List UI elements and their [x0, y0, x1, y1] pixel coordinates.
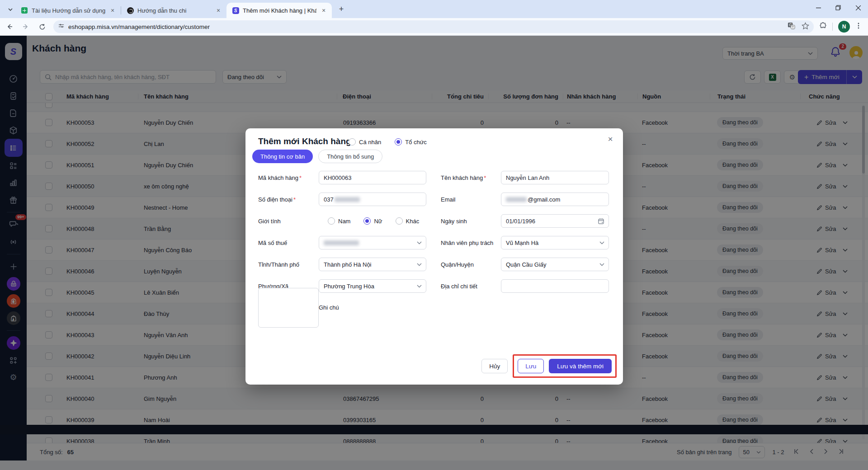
browser-tab-1[interactable]: Tài liệu Hướng dẫn sử dụng phầ × — [15, 3, 121, 18]
radio-label: Tổ chức — [405, 139, 427, 146]
field-label-assignee: Nhân viên phụ trách — [441, 240, 501, 246]
gender-radios: Nam Nữ Khác — [319, 217, 426, 225]
sheets-icon — [21, 7, 28, 14]
chevron-down-icon — [417, 285, 422, 288]
field-label-phone: Số điện thoại* — [258, 196, 319, 203]
field-label-birthday: Ngày sinh — [441, 218, 501, 225]
browser-tab-active[interactable]: S Thêm mới Khách hàng | Khách h × — [226, 3, 332, 18]
cancel-button[interactable]: Hủy — [481, 359, 508, 373]
assignee-value: Vũ Mạnh Hà — [506, 240, 538, 246]
tab-close-icon[interactable]: × — [320, 7, 327, 14]
ward-select[interactable]: Phường Trung Hòa — [319, 279, 426, 293]
chevron-down-icon — [599, 263, 604, 266]
radio-nu[interactable]: Nữ — [363, 217, 382, 225]
province-value: Thành phố Hà Nội — [324, 261, 372, 268]
modal-tabs: Thông tin cơ bản Thông tin bổ sung — [252, 150, 382, 163]
code-field[interactable] — [319, 171, 426, 184]
district-select[interactable]: Quận Cầu Giấy — [501, 258, 609, 271]
radio-icon — [349, 138, 356, 146]
modal-form: Mã khách hàng* Tên khách hàng* Số điện t… — [258, 171, 610, 315]
back-button[interactable] — [3, 20, 16, 33]
field-label-code: Mã khách hàng* — [258, 174, 319, 181]
window-close-button[interactable] — [848, 0, 868, 15]
radio-to-chuc[interactable]: Tổ chức — [395, 138, 427, 146]
browser-tabstrip: Tài liệu Hướng dẫn sử dụng phầ × Hướng d… — [0, 0, 868, 18]
chevron-down-icon — [417, 241, 422, 244]
window-restore-button[interactable] — [828, 0, 848, 15]
calendar-icon[interactable] — [598, 218, 604, 225]
tab-close-icon[interactable]: × — [109, 7, 116, 14]
browser-menu-icon[interactable] — [855, 23, 862, 31]
field-label-district: Quận/Huyện — [441, 261, 501, 268]
chevron-down-icon — [417, 263, 422, 266]
phone-visible-text: 037 — [324, 196, 334, 203]
window-minimize-button[interactable] — [808, 0, 828, 15]
radio-label: Cá nhân — [359, 139, 381, 146]
tab-thong-tin-co-ban[interactable]: Thông tin cơ bản — [252, 150, 313, 163]
misa-icon: S — [232, 7, 239, 14]
dark-logo-icon — [127, 7, 134, 14]
assignee-select[interactable]: Vũ Mạnh Hà — [501, 236, 609, 249]
district-value: Quận Cầu Giấy — [506, 261, 547, 268]
modal-title: Thêm mới Khách hàng — [258, 136, 351, 146]
birthday-field[interactable] — [501, 214, 609, 228]
radio-nam[interactable]: Nam — [328, 217, 350, 225]
add-customer-modal: Thêm mới Khách hàng Cá nhân Tổ chức × Th… — [245, 128, 623, 385]
browser-profile-avatar[interactable]: N — [838, 21, 850, 33]
save-button[interactable]: Lưu — [518, 359, 544, 373]
field-label-note: Ghi chú — [319, 301, 426, 311]
birthday-input[interactable] — [506, 218, 604, 225]
reload-button[interactable] — [35, 20, 49, 33]
field-label-province: Tỉnh/Thành phố — [258, 261, 319, 268]
browser-tab-2[interactable]: Hướng dẫn thu chi × — [121, 3, 226, 18]
translate-icon[interactable]: G — [788, 22, 795, 32]
note-textarea[interactable] — [263, 291, 314, 325]
modal-close-icon[interactable]: × — [605, 134, 616, 145]
site-settings-icon[interactable] — [58, 23, 65, 31]
browser-toolbar: eshopapp.misa.vn/management/dictionary/c… — [0, 18, 868, 36]
tab-title: Tài liệu Hướng dẫn sử dụng phầ — [32, 7, 105, 14]
ward-value: Phường Trung Hòa — [324, 283, 374, 290]
tab-title: Hướng dẫn thu chi — [137, 7, 211, 14]
tab-search-icon[interactable] — [5, 5, 15, 14]
field-label-address: Địa chỉ chi tiết — [441, 283, 501, 290]
name-input[interactable] — [506, 174, 604, 181]
redacted-tax-code — [324, 240, 359, 245]
province-select[interactable]: Thành phố Hà Nội — [319, 258, 426, 271]
phone-field[interactable]: 037 — [319, 193, 426, 206]
name-field[interactable] — [501, 171, 609, 184]
chevron-down-icon — [599, 241, 604, 244]
field-label-name: Tên khách hàng* — [441, 174, 501, 181]
extensions-icon[interactable] — [819, 22, 827, 32]
address-bar[interactable]: eshopapp.misa.vn/management/dictionary/c… — [53, 20, 814, 33]
field-label-gender: Giới tính — [258, 218, 319, 225]
customer-type-radios: Cá nhân Tổ chức — [349, 138, 427, 146]
address-input[interactable] — [506, 283, 604, 290]
new-tab-button[interactable]: + — [335, 3, 347, 15]
code-input[interactable] — [324, 174, 421, 181]
email-visible-text: @gmail.com — [528, 196, 560, 203]
note-field[interactable] — [258, 288, 319, 328]
radio-icon-selected — [395, 138, 402, 146]
redacted-phone — [335, 197, 360, 202]
tax-code-select[interactable] — [319, 236, 426, 249]
address-field[interactable] — [501, 279, 609, 293]
radio-ca-nhan[interactable]: Cá nhân — [349, 138, 381, 146]
radio-khac[interactable]: Khác — [396, 217, 420, 225]
modal-actions: Hủy Lưu Lưu và thêm mới — [481, 354, 617, 378]
email-field[interactable]: @gmail.com — [501, 193, 609, 206]
save-and-new-button[interactable]: Lưu và thêm mới — [549, 359, 612, 373]
bookmark-star-icon[interactable] — [802, 22, 809, 32]
field-label-tax-code: Mã số thuế — [258, 240, 319, 246]
tab-thong-tin-bo-sung[interactable]: Thông tin bổ sung — [318, 150, 382, 163]
tab-close-icon[interactable]: × — [215, 7, 222, 14]
annotation-rectangle: Lưu Lưu và thêm mới — [513, 354, 617, 378]
field-label-email: Email — [441, 196, 501, 203]
forward-button[interactable] — [19, 20, 33, 33]
redacted-email — [506, 197, 527, 202]
screen: Tài liệu Hướng dẫn sử dụng phầ × Hướng d… — [0, 0, 868, 470]
tab-title: Thêm mới Khách hàng | Khách h — [243, 7, 316, 14]
url-text[interactable]: eshopapp.misa.vn/management/dictionary/c… — [68, 24, 788, 30]
